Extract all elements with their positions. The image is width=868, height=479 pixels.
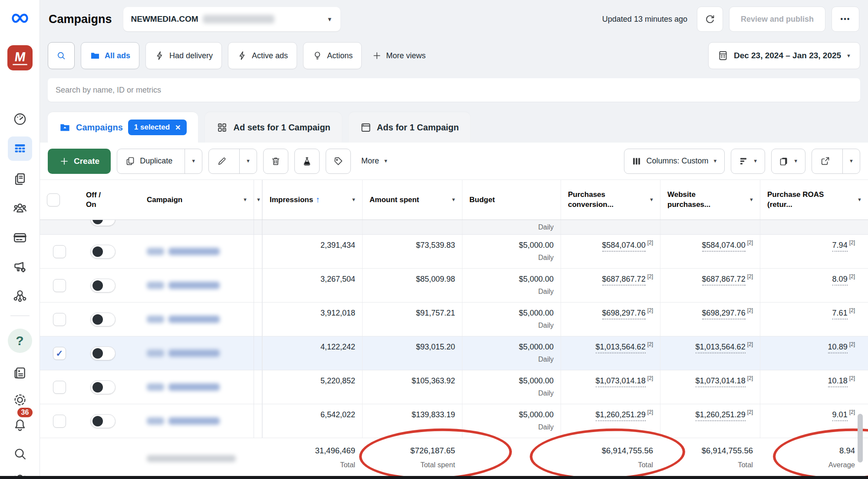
billing-icon[interactable] bbox=[8, 226, 32, 250]
filter-active-ads[interactable]: Active ads bbox=[228, 42, 297, 69]
header-purchases-conversion[interactable]: Purchases conversion...▼ bbox=[561, 180, 660, 220]
advertising-settings-icon[interactable] bbox=[8, 255, 32, 279]
filter-actions[interactable]: Actions bbox=[303, 42, 362, 69]
campaign-name-redacted[interactable] bbox=[140, 269, 254, 302]
account-selector[interactable]: NEWMEDIA.COM ▼ bbox=[123, 7, 340, 31]
reports-button[interactable]: ▼ bbox=[771, 149, 805, 174]
business-assets-icon[interactable] bbox=[8, 283, 32, 308]
impressions-cell: 5,220,852 bbox=[262, 370, 362, 404]
campaign-name-redacted[interactable] bbox=[140, 404, 254, 438]
purchases-conversion-cell[interactable]: $687,867.72[2] bbox=[561, 269, 660, 302]
ads-reporting-icon[interactable] bbox=[8, 167, 32, 191]
campaign-name-redacted[interactable] bbox=[140, 303, 254, 336]
row-checkbox[interactable]: ✓ bbox=[53, 415, 66, 428]
header-budget[interactable]: Budget bbox=[462, 180, 561, 220]
campaign-name-redacted[interactable] bbox=[140, 235, 254, 268]
header-select-all[interactable]: ✓ bbox=[40, 180, 79, 220]
more-options-button[interactable]: ••• bbox=[832, 7, 859, 32]
brand-app-icon[interactable]: M bbox=[7, 45, 33, 70]
table-row[interactable]: ✓ 2,391,434 $73,539.83 $5,000.00Daily $5… bbox=[40, 235, 868, 269]
campaign-name-redacted[interactable] bbox=[140, 336, 254, 370]
row-active-toggle[interactable] bbox=[90, 220, 116, 226]
filter-had-delivery[interactable]: Had delivery bbox=[145, 42, 222, 69]
website-purchases-cell[interactable]: $1,073,014.18[2] bbox=[660, 370, 760, 404]
purchase-roas-cell[interactable]: 7.94[2] bbox=[760, 235, 868, 268]
account-overview-icon[interactable] bbox=[8, 107, 32, 131]
table-row[interactable]: ✓ 5,220,852 $105,363.92 $5,000.00Daily $… bbox=[40, 370, 868, 404]
row-checkbox[interactable]: ✓ bbox=[53, 245, 66, 258]
website-purchases-cell[interactable]: $698,297.76[2] bbox=[660, 303, 760, 336]
row-active-toggle[interactable] bbox=[90, 414, 116, 428]
search-input[interactable] bbox=[48, 78, 860, 102]
header-amount-spent[interactable]: Amount spent▼ bbox=[362, 180, 462, 220]
edit-dropdown[interactable]: ▼ bbox=[239, 149, 257, 173]
export-dropdown[interactable]: ▼ bbox=[842, 149, 860, 173]
pages-news-icon[interactable] bbox=[8, 361, 32, 385]
row-active-toggle[interactable] bbox=[90, 380, 116, 394]
table-row[interactable]: ✓ 6,542,022 $139,833.19 $5,000.00Daily $… bbox=[40, 404, 868, 438]
website-purchases-cell[interactable]: $687,867.72[2] bbox=[660, 269, 760, 302]
sidebar-item-campaigns[interactable] bbox=[8, 136, 32, 161]
refresh-button[interactable] bbox=[697, 7, 723, 32]
purchases-conversion-cell[interactable]: $698,297.76[2] bbox=[561, 303, 660, 336]
duplicate-dropdown[interactable]: ▼ bbox=[185, 149, 202, 173]
purchases-conversion-cell[interactable]: $1,260,251.29[2] bbox=[561, 404, 660, 438]
purchases-conversion-cell[interactable]: $1,013,564.62[2] bbox=[561, 336, 660, 370]
filter-search-button[interactable] bbox=[48, 42, 75, 69]
website-purchases-cell[interactable]: $1,013,564.62[2] bbox=[660, 336, 760, 370]
more-views-button[interactable]: More views bbox=[368, 51, 430, 60]
purchase-roas-cell[interactable]: 10.18[2] bbox=[760, 370, 868, 404]
campaign-name-redacted[interactable] bbox=[140, 370, 254, 404]
header-website-purchases[interactable]: Website purchases...▼ bbox=[660, 180, 760, 220]
delete-button[interactable] bbox=[263, 149, 288, 174]
row-checkbox[interactable]: ✓ bbox=[53, 381, 66, 394]
table-row[interactable]: ✓ 4,122,242 $93,015.20 $5,000.00Daily $1… bbox=[40, 336, 868, 370]
header-extra-dropdown[interactable]: ▼ bbox=[254, 180, 262, 220]
website-purchases-cell[interactable]: $584,074.00[2] bbox=[660, 235, 760, 268]
purchase-roas-cell[interactable]: 8.09[2] bbox=[760, 269, 868, 302]
create-button[interactable]: Create bbox=[48, 149, 111, 174]
tag-button[interactable] bbox=[326, 149, 351, 174]
website-purchases-cell[interactable]: $1,260,251.29[2] bbox=[660, 404, 760, 438]
help-icon[interactable]: ? bbox=[8, 329, 32, 353]
table-row[interactable]: ✓ 3,912,018 $91,757.21 $5,000.00Daily $6… bbox=[40, 303, 868, 336]
header-campaign[interactable]: Campaign▼ bbox=[140, 180, 254, 220]
row-checkbox[interactable]: ✓ bbox=[53, 347, 66, 360]
purchase-roas-cell[interactable]: 7.61[2] bbox=[760, 303, 868, 336]
row-checkbox[interactable]: ✓ bbox=[53, 279, 66, 292]
vertical-scrollbar[interactable] bbox=[858, 414, 863, 462]
export-button[interactable]: ▼ bbox=[812, 149, 860, 174]
columns-button[interactable]: Columns: Custom ▼ bbox=[624, 149, 725, 174]
table-row[interactable]: ✓ 3,267,504 $85,009.98 $5,000.00Daily $6… bbox=[40, 269, 868, 303]
select-all-checkbox[interactable]: ✓ bbox=[47, 193, 60, 206]
more-actions-button[interactable]: More▼ bbox=[357, 156, 393, 166]
breakdown-button[interactable]: ▼ bbox=[731, 149, 765, 174]
ab-test-button[interactable] bbox=[294, 149, 320, 174]
duplicate-button[interactable]: Duplicate ▼ bbox=[117, 149, 202, 174]
purchase-roas-cell[interactable]: 9.01[2] bbox=[760, 404, 868, 438]
header-impressions[interactable]: Impressions↑▼ bbox=[262, 180, 362, 220]
review-and-publish-button[interactable]: Review and publish bbox=[729, 7, 825, 32]
audiences-icon[interactable] bbox=[8, 196, 32, 221]
row-active-toggle[interactable] bbox=[90, 245, 116, 259]
purchases-conversion-cell[interactable]: $584,074.00[2] bbox=[561, 235, 660, 268]
tab-ads[interactable]: Ads for 1 Campaign bbox=[349, 112, 470, 143]
sidebar-search-icon[interactable] bbox=[8, 442, 32, 466]
selected-count-badge[interactable]: 1 selected ✕ bbox=[128, 120, 187, 135]
row-active-toggle[interactable] bbox=[90, 279, 116, 293]
meta-logo-icon[interactable] bbox=[8, 6, 32, 30]
notifications-bell-icon[interactable]: 36 bbox=[8, 413, 32, 437]
tab-campaigns[interactable]: Campaigns 1 selected ✕ bbox=[48, 112, 198, 143]
row-active-toggle[interactable] bbox=[90, 346, 116, 360]
row-checkbox[interactable]: ✓ bbox=[53, 313, 66, 326]
row-active-toggle[interactable] bbox=[90, 313, 116, 326]
date-range-picker[interactable]: Dec 23, 2024 – Jan 23, 2025 ▼ bbox=[708, 42, 860, 69]
filter-all-ads[interactable]: All ads bbox=[81, 42, 139, 69]
tab-ad-sets[interactable]: Ad sets for 1 Campaign bbox=[205, 112, 341, 143]
purchase-roas-cell[interactable]: 10.89[2] bbox=[760, 336, 868, 370]
purchases-conversion-cell[interactable]: $1,073,014.18[2] bbox=[561, 370, 660, 404]
budget-cell: $5,000.00Daily bbox=[462, 336, 561, 370]
clear-selection-icon[interactable]: ✕ bbox=[175, 123, 181, 132]
edit-button[interactable]: ▼ bbox=[208, 149, 257, 174]
header-purchase-roas[interactable]: Purchase ROAS (retur...▼ bbox=[760, 180, 868, 220]
